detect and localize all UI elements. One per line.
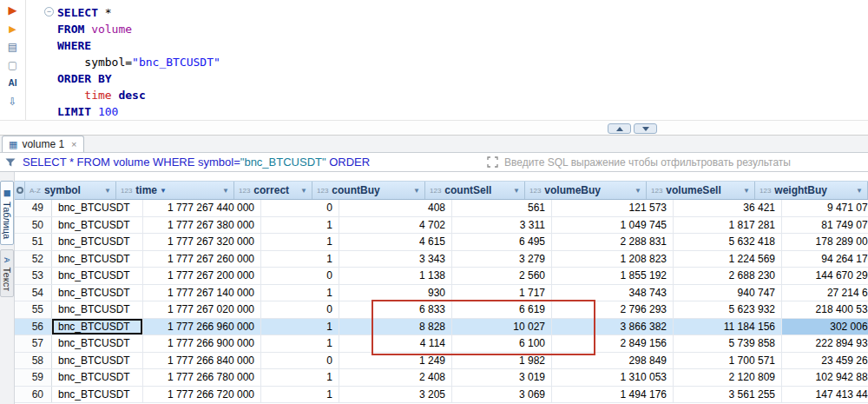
filter-query-label[interactable]: SELECT * FROM volume WHERE symbol="bnc_B… bbox=[23, 156, 481, 169]
cell-correct[interactable]: 1 bbox=[261, 234, 339, 250]
cell-symbol[interactable]: bnc_BTCUSDT bbox=[52, 217, 143, 234]
column-header-time[interactable]: 123time▼▼ bbox=[116, 182, 234, 199]
column-filter-arrow-icon[interactable]: ▼ bbox=[631, 187, 641, 195]
row-number[interactable]: 60 bbox=[15, 387, 52, 403]
cell-time[interactable]: 1 777 266 720 000 bbox=[143, 387, 261, 403]
filter-input[interactable] bbox=[504, 156, 864, 169]
cell-volumeBuy[interactable]: 3 866 382 bbox=[552, 319, 674, 335]
column-header-volumeSell[interactable]: 123volumeSell▼ bbox=[647, 182, 755, 199]
cell-weightBuy[interactable]: 218 400 532 31 bbox=[782, 301, 868, 318]
cell-weightBuy[interactable]: 81 749 072 34 bbox=[782, 217, 868, 234]
cell-volumeBuy[interactable]: 1 208 823 bbox=[552, 251, 674, 268]
cell-volumeSell[interactable]: 940 747 bbox=[674, 285, 782, 301]
row-number[interactable]: 54 bbox=[15, 285, 52, 301]
cell-symbol[interactable]: bnc_BTCUSDT bbox=[52, 301, 143, 318]
row-number[interactable]: 59 bbox=[15, 369, 52, 386]
column-filter-arrow-icon[interactable]: ▼ bbox=[740, 187, 750, 195]
cell-symbol[interactable]: bnc_BTCUSDT bbox=[52, 200, 143, 216]
cell-correct[interactable]: 1 bbox=[261, 251, 339, 268]
cell-volumeBuy[interactable]: 1 310 053 bbox=[552, 369, 674, 386]
cell-volumeBuy[interactable]: 348 743 bbox=[552, 285, 674, 301]
cell-symbol[interactable]: bnc_BTCUSDT bbox=[52, 353, 143, 369]
row-number[interactable]: 53 bbox=[15, 268, 52, 284]
cell-weightBuy[interactable]: 9 471 076 20 bbox=[782, 200, 868, 216]
cell-time[interactable]: 1 777 267 200 000 bbox=[143, 268, 261, 284]
column-header-volumeBuy[interactable]: 123volumeBuy▼ bbox=[525, 182, 647, 199]
cell-correct[interactable]: 0 bbox=[261, 353, 339, 369]
cell-countSell[interactable]: 6 495 bbox=[452, 234, 552, 250]
row-number[interactable]: 57 bbox=[15, 335, 52, 352]
row-header-corner[interactable] bbox=[15, 182, 25, 199]
cell-time[interactable]: 1 777 267 140 000 bbox=[143, 285, 261, 301]
cell-weightBuy[interactable]: 302 006 135 bbox=[782, 319, 868, 335]
cell-volumeSell[interactable]: 1 224 569 bbox=[674, 251, 782, 268]
cell-time[interactable]: 1 777 266 840 000 bbox=[143, 353, 261, 369]
cell-countSell[interactable]: 10 027 bbox=[452, 319, 552, 335]
column-header-weightBuy[interactable]: 123weightBuy▼ bbox=[755, 182, 868, 199]
cell-time[interactable]: 1 777 266 780 000 bbox=[143, 369, 261, 386]
cell-time[interactable]: 1 777 267 020 000 bbox=[143, 301, 261, 318]
cell-weightBuy[interactable]: 94 264 170 92 bbox=[782, 251, 868, 268]
cell-countSell[interactable]: 3 069 bbox=[452, 387, 552, 403]
cell-weightBuy[interactable]: 102 942 888 50 bbox=[782, 369, 868, 386]
cell-countSell[interactable]: 3 279 bbox=[452, 251, 552, 268]
cell-countBuy[interactable]: 930 bbox=[339, 285, 452, 301]
cell-countBuy[interactable]: 4 114 bbox=[339, 335, 452, 352]
cell-countBuy[interactable]: 2 408 bbox=[339, 369, 452, 386]
ai-assistant-button[interactable]: AI bbox=[4, 76, 22, 90]
cell-volumeBuy[interactable]: 2 796 293 bbox=[552, 301, 674, 318]
column-filter-arrow-icon[interactable]: ▼ bbox=[852, 187, 863, 195]
clear-editor-button[interactable]: ▢ bbox=[4, 58, 22, 72]
cell-countSell[interactable]: 3 019 bbox=[452, 369, 552, 386]
cell-correct[interactable]: 1 bbox=[261, 319, 339, 335]
cell-volumeBuy[interactable]: 2 849 156 bbox=[552, 335, 674, 352]
cell-volumeBuy[interactable]: 2 288 831 bbox=[552, 234, 674, 250]
collapse-down-button[interactable] bbox=[634, 123, 657, 134]
cell-countSell[interactable]: 561 bbox=[452, 200, 552, 216]
column-header-symbol[interactable]: A-Zsymbol▼ bbox=[25, 182, 116, 199]
cell-weightBuy[interactable]: 178 289 002 33 bbox=[782, 234, 868, 250]
cell-correct[interactable]: 1 bbox=[261, 217, 339, 234]
row-number[interactable]: 50 bbox=[15, 217, 52, 234]
cell-countBuy[interactable]: 6 833 bbox=[339, 301, 452, 318]
cell-volumeBuy[interactable]: 1 049 745 bbox=[552, 217, 674, 234]
cell-symbol[interactable]: bnc_BTCUSDT bbox=[52, 369, 143, 386]
cell-countSell[interactable]: 6 100 bbox=[452, 335, 552, 352]
cell-countBuy[interactable]: 3 343 bbox=[339, 251, 452, 268]
cell-correct[interactable]: 0 bbox=[261, 268, 339, 284]
cell-time[interactable]: 1 777 266 960 000 bbox=[143, 319, 261, 335]
output-panel-button[interactable]: ⇩ bbox=[4, 95, 22, 109]
cell-countBuy[interactable]: 1 138 bbox=[339, 268, 452, 284]
cell-symbol[interactable]: bnc_BTCUSDT bbox=[52, 251, 143, 268]
column-header-countBuy[interactable]: 123countBuy▼ bbox=[312, 182, 425, 199]
cell-symbol[interactable]: bnc_BTCUSDT bbox=[52, 387, 143, 403]
close-icon[interactable]: × bbox=[71, 139, 76, 149]
cell-volumeSell[interactable]: 2 688 230 bbox=[674, 268, 782, 284]
cell-correct[interactable]: 1 bbox=[261, 285, 339, 301]
cell-countSell[interactable]: 1 717 bbox=[452, 285, 552, 301]
cell-correct[interactable]: 1 bbox=[261, 387, 339, 403]
execute-script-button[interactable]: ▶ bbox=[4, 22, 22, 36]
cell-time[interactable]: 1 777 267 380 000 bbox=[143, 217, 261, 234]
cell-symbol[interactable]: bnc_BTCUSDT bbox=[52, 319, 143, 335]
cell-volumeSell[interactable]: 11 184 156 bbox=[674, 319, 782, 335]
cell-countSell[interactable]: 2 560 bbox=[452, 268, 552, 284]
cell-volumeBuy[interactable]: 1 855 192 bbox=[552, 268, 674, 284]
cell-volumeSell[interactable]: 5 632 418 bbox=[674, 234, 782, 250]
cell-countSell[interactable]: 6 619 bbox=[452, 301, 552, 318]
cell-volumeSell[interactable]: 5 623 932 bbox=[674, 301, 782, 318]
cell-symbol[interactable]: bnc_BTCUSDT bbox=[52, 268, 143, 284]
execute-query-button[interactable]: ▶ bbox=[4, 3, 22, 17]
cell-countSell[interactable]: 1 982 bbox=[452, 353, 552, 369]
row-number[interactable]: 51 bbox=[15, 234, 52, 250]
cell-volumeSell[interactable]: 1 817 281 bbox=[674, 217, 782, 234]
cell-volumeBuy[interactable]: 1 494 176 bbox=[552, 387, 674, 403]
column-header-correct[interactable]: 123correct▼ bbox=[234, 182, 312, 199]
cell-correct[interactable]: 0 bbox=[261, 200, 339, 216]
cell-countBuy[interactable]: 3 205 bbox=[339, 387, 452, 403]
cell-volumeSell[interactable]: 5 739 858 bbox=[674, 335, 782, 352]
row-number[interactable]: 56 bbox=[15, 319, 52, 335]
cell-volumeSell[interactable]: 3 561 255 bbox=[674, 387, 782, 403]
column-filter-arrow-icon[interactable]: ▼ bbox=[410, 187, 420, 195]
cell-symbol[interactable]: bnc_BTCUSDT bbox=[52, 234, 143, 250]
